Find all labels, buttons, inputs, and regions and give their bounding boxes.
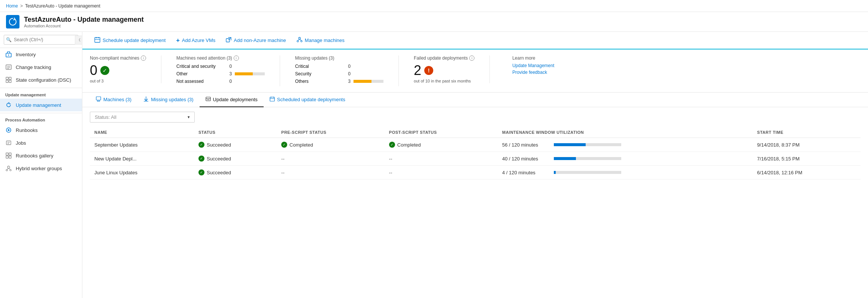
svg-rect-18: [9, 156, 11, 158]
svg-point-20: [6, 169, 7, 171]
table-row[interactable]: June Linux Updates✓Succeeded----4 / 120 …: [90, 166, 861, 180]
cell-name: June Linux Updates: [90, 166, 194, 180]
learn-more: Learn more Update Management Provide fee…: [505, 55, 565, 76]
cell-status: ✓Succeeded: [194, 166, 277, 180]
stat-machines-attention: Machines need attention (3) i Critical a…: [176, 55, 280, 86]
stat-failed-deployments: Failed update deployments i 2 ! out of 1…: [414, 55, 490, 83]
sidebar-item-jobs[interactable]: Jobs: [0, 136, 82, 149]
sidebar-collapse-button[interactable]: 《: [75, 36, 82, 45]
gallery-icon: [5, 152, 12, 159]
col-header-status: STATUS: [194, 127, 277, 138]
provide-feedback-link[interactable]: Provide feedback: [512, 70, 565, 75]
sidebar-item-hybrid-worker-groups[interactable]: Hybrid worker groups: [0, 162, 82, 175]
manage-machines-button[interactable]: Manage machines: [292, 35, 349, 46]
tab-missing-updates[interactable]: Missing updates (3): [137, 93, 199, 107]
cell-name: September Updates: [90, 138, 194, 152]
maintenance-text: 4 / 120 minutes: [502, 170, 551, 175]
machines-not-assessed-val: 0: [224, 79, 232, 84]
svg-rect-43: [270, 97, 274, 101]
sidebar-item-label-inventory: Inventory: [16, 52, 36, 57]
cell-status: ✓Succeeded: [194, 152, 277, 166]
failed-deployments-info-icon[interactable]: i: [469, 55, 474, 61]
stat-machines-attention-label: Machines need attention (3) i: [176, 55, 265, 61]
stat-failed-deployments-label: Failed update deployments i: [414, 55, 474, 61]
non-compliant-value: 0: [90, 64, 97, 77]
sidebar-section-update-management: Update management: [0, 88, 82, 99]
maintenance-text: 40 / 120 minutes: [502, 156, 551, 162]
machines-tab-icon: [96, 96, 101, 103]
sidebar-item-state-configuration[interactable]: State configuration (DSC): [0, 73, 82, 86]
sidebar-item-label-hybrid-worker-groups: Hybrid worker groups: [16, 166, 62, 171]
non-compliant-check-icon: ✓: [100, 66, 109, 75]
learn-more-title: Learn more: [512, 55, 565, 61]
machines-other-val: 3: [224, 71, 232, 76]
cell-start-time: 9/14/2018, 8:37 PM: [753, 138, 861, 152]
update-management-link[interactable]: Update Management: [512, 63, 565, 68]
machines-attention-table: Critical and security 0 Other 3 Not asse…: [176, 64, 265, 84]
failed-deployments-value: 2: [414, 64, 421, 77]
table-wrap: NAME STATUS PRE-SCRIPT STATUS POST-SCRIP…: [82, 127, 868, 180]
maintenance-progress-bar: [554, 157, 621, 160]
maintenance-progress-bar: [554, 171, 621, 174]
svg-line-23: [9, 168, 10, 169]
sidebar-item-update-management[interactable]: Update management: [0, 99, 82, 111]
machines-attention-info-icon[interactable]: i: [234, 55, 239, 61]
sidebar-item-label-change-tracking: Change tracking: [16, 64, 51, 70]
table-row[interactable]: New Update Depl...✓Succeeded----40 / 120…: [90, 152, 861, 166]
failed-deployments-subtext: out of 10 in the past six months: [414, 79, 474, 83]
sidebar-item-inventory[interactable]: Inventory: [0, 48, 82, 61]
update-deployments-tab-icon: [206, 96, 211, 103]
svg-rect-15: [6, 153, 8, 155]
status-filter-dropdown[interactable]: Status: All ▾: [90, 112, 195, 123]
sidebar-item-label-runbooks-gallery: Runbooks gallery: [16, 153, 53, 159]
post-script-check-icon: ✓: [389, 142, 395, 148]
tab-machines[interactable]: Machines (3): [90, 93, 137, 107]
sidebar-item-change-tracking[interactable]: Change tracking: [0, 61, 82, 73]
svg-point-21: [10, 169, 11, 171]
col-header-post-script: POST-SCRIPT STATUS: [385, 127, 498, 138]
tab-update-deployments[interactable]: Update deployments: [200, 93, 264, 107]
svg-line-22: [7, 168, 9, 169]
updates-critical-label: Critical: [295, 64, 340, 69]
search-icon: 🔍: [6, 37, 12, 42]
machines-not-assessed-row: Not assessed 0: [176, 79, 265, 84]
refresh-icon: [5, 102, 12, 108]
add-non-azure-button[interactable]: Add non-Azure machine: [221, 35, 290, 46]
updates-others-val: 3: [343, 79, 350, 84]
schedule-update-button[interactable]: Schedule update deployment: [90, 35, 170, 46]
non-compliant-info-icon[interactable]: i: [141, 55, 146, 61]
svg-point-19: [7, 166, 10, 168]
page-header: TestAzureAuto - Update management Automa…: [0, 12, 868, 32]
deployments-table: NAME STATUS PRE-SCRIPT STATUS POST-SCRIP…: [90, 127, 861, 180]
grid-icon: [5, 76, 12, 83]
cell-post-script: --: [385, 152, 498, 166]
breadcrumb-home[interactable]: Home: [6, 3, 18, 9]
status-check-icon: ✓: [198, 156, 204, 162]
filter-row: Status: All ▾: [82, 107, 868, 127]
jobs-icon: [5, 139, 12, 146]
col-header-start-time: START TIME: [753, 127, 861, 138]
add-azure-vms-label: Add Azure VMs: [182, 37, 216, 43]
sidebar-item-runbooks[interactable]: Runbooks: [0, 124, 82, 136]
add-azure-vms-button[interactable]: + Add Azure VMs: [172, 35, 220, 46]
stats-row: Non-compliant machines i 0 ✓ out of 3 Ma…: [82, 49, 868, 93]
cell-maintenance: 40 / 120 minutes: [498, 152, 753, 166]
col-header-pre-script: PRE-SCRIPT STATUS: [277, 127, 385, 138]
missing-updates-tab-icon: [143, 96, 149, 103]
svg-line-33: [298, 39, 300, 41]
table-row[interactable]: September Updates✓Succeeded✓Completed✓Co…: [90, 138, 861, 152]
page-header-icon: [6, 15, 19, 28]
non-compliant-subtext: out of 3: [90, 79, 146, 83]
hybrid-icon: [5, 165, 12, 172]
updates-critical-row: Critical 0: [295, 64, 383, 69]
failed-deployments-error-icon: !: [424, 66, 433, 75]
svg-point-31: [297, 40, 298, 42]
tab-scheduled-deployments[interactable]: Scheduled update deployments: [264, 93, 351, 107]
updates-security-val: 0: [343, 71, 350, 76]
search-input[interactable]: [4, 35, 78, 45]
tabs-row: Machines (3) Missing updates (3) Update …: [82, 93, 868, 107]
svg-rect-40: [206, 97, 210, 101]
maintenance-text: 56 / 120 minutes: [502, 142, 551, 148]
sidebar-item-label-jobs: Jobs: [16, 140, 26, 146]
sidebar-item-runbooks-gallery[interactable]: Runbooks gallery: [0, 149, 82, 162]
